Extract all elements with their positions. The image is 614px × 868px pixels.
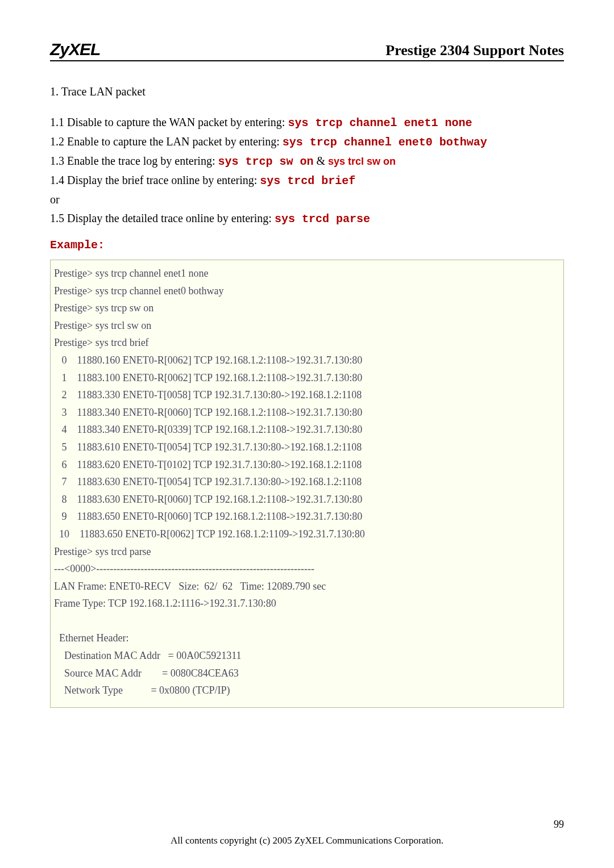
step-1-5: 1.5 Display the detailed trace online by… — [50, 210, 564, 227]
document-title: Prestige 2304 Support Notes — [385, 42, 564, 59]
page-header: ZyXEL Prestige 2304 Support Notes — [50, 40, 564, 61]
example-heading: Example: — [50, 239, 564, 252]
command-text: sys trcl sw on — [328, 156, 396, 167]
command-text: sys trcd parse — [275, 212, 370, 226]
step-or: or — [50, 191, 564, 208]
step-text: 1.5 Display the detailed trace online by… — [50, 212, 275, 224]
section-heading: 1. Trace LAN packet — [50, 85, 564, 98]
step-text: 1.1 Disable to capture the WAN packet by… — [50, 116, 288, 128]
command-text: sys trcp sw on — [218, 155, 313, 168]
step-1-2: 1.2 Enable to capture the LAN packet by … — [50, 133, 564, 151]
copyright-text: All contents copyright (c) 2005 ZyXEL Co… — [0, 835, 614, 846]
command-text: sys trcp channel enet1 none — [288, 116, 472, 130]
terminal-output: Prestige> sys trcp channel enet1 none Pr… — [50, 260, 564, 708]
page-number: 99 — [554, 819, 564, 831]
step-text: 1.3 Enable the trace log by entering: — [50, 155, 218, 167]
step-1-1: 1.1 Disable to capture the WAN packet by… — [50, 114, 564, 131]
brand-logo: ZyXEL — [50, 40, 100, 59]
step-text: 1.2 Enable to capture the LAN packet by … — [50, 135, 283, 148]
step-1-4: 1.4 Display the brief trace online by en… — [50, 172, 564, 189]
step-text: & — [313, 155, 328, 167]
step-text: 1.4 Display the brief trace online by en… — [50, 174, 260, 186]
step-1-3: 1.3 Enable the trace log by entering: sy… — [50, 153, 564, 170]
command-text: sys trcp channel enet0 bothway — [283, 136, 487, 149]
command-text: sys trcd brief — [260, 174, 355, 187]
